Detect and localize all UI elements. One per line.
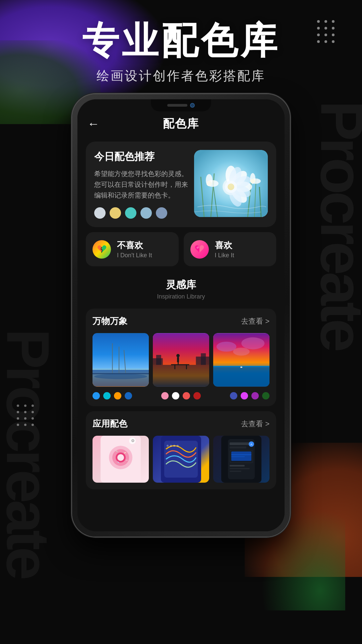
header-section: 专业配色库 绘画设计创作者色彩搭配库 (0, 20, 362, 85)
dot (161, 392, 169, 399)
svg-text:⚙: ⚙ (131, 438, 135, 443)
dislike-sublabel: I Don't Like It (117, 252, 152, 259)
svg-point-21 (250, 173, 255, 184)
svg-rect-41 (156, 355, 161, 365)
today-card-desc: 希望能方便您寻找色彩的灵感。您可以在日常设计创作时，用来编辑和记录所需要的色卡。 (94, 168, 189, 201)
wan-wu-image-1 (93, 333, 149, 387)
svg-point-47 (233, 347, 249, 356)
wan-wu-link[interactable]: 去查看 > (241, 316, 269, 326)
svg-point-14 (231, 183, 252, 200)
dot (193, 392, 201, 399)
svg-rect-79 (230, 471, 241, 472)
dot (251, 392, 259, 399)
svg-rect-0 (194, 150, 268, 217)
front-camera (190, 103, 195, 108)
dot (103, 392, 111, 399)
wan-wu-image-3 (213, 333, 269, 387)
today-card-image (194, 150, 268, 219)
app-img-3: A (213, 436, 269, 483)
phone-notch (151, 99, 211, 111)
svg-point-13 (231, 174, 252, 191)
nav-title: 配色库 (163, 116, 199, 131)
svg-rect-33 (153, 365, 209, 386)
wan-wu-dots-row (93, 392, 269, 399)
wan-wu-images (93, 333, 269, 387)
color-swatches (94, 207, 189, 219)
svg-rect-78 (230, 468, 250, 469)
sub-title: 绘画设计创作者色彩搭配库 (0, 67, 362, 85)
svg-point-8 (226, 166, 236, 184)
svg-rect-37 (186, 364, 187, 369)
svg-point-10 (233, 181, 252, 192)
svg-point-11 (229, 185, 250, 206)
svg-rect-75 (231, 454, 251, 455)
svg-point-19 (206, 180, 219, 187)
action-buttons: 不喜欢 I Don't Like It (86, 232, 276, 266)
svg-point-18 (206, 174, 213, 186)
watermark-right: Procreate (312, 101, 362, 349)
svg-point-64 (167, 445, 169, 447)
svg-point-12 (227, 165, 244, 187)
inspiration-title-en: Inspiration Library (77, 293, 285, 300)
swatch-1 (94, 207, 106, 219)
speaker (167, 104, 187, 107)
phone-screen: ← 配色库 今日配色推荐 希望能方便您寻找色彩的灵感。您可以在日常设计创作时，用… (77, 99, 285, 531)
svg-point-23 (250, 179, 255, 183)
dot (125, 392, 132, 399)
flower-illustration (194, 150, 268, 217)
dot (172, 392, 179, 399)
like-label: 喜欢 (215, 239, 234, 251)
svg-point-7 (223, 178, 239, 195)
wan-wu-image-2 (153, 333, 209, 387)
svg-point-9 (229, 168, 250, 189)
watermark-left: Procreate (0, 329, 63, 577)
app-content: ← 配色库 今日配色推荐 希望能方便您寻找色彩的灵感。您可以在日常设计创作时，用… (77, 99, 285, 531)
svg-point-50 (240, 367, 242, 368)
svg-rect-63 (164, 441, 198, 478)
like-button[interactable]: 喜欢 I Like It (184, 232, 277, 266)
svg-point-15 (227, 187, 244, 208)
svg-rect-39 (177, 357, 179, 362)
main-title: 专业配色库 (0, 20, 362, 61)
wan-wu-section: 万物万象 去查看 > (86, 309, 276, 406)
dot (93, 392, 100, 399)
dislike-text: 不喜欢 I Don't Like It (117, 239, 152, 259)
inspiration-header: 灵感库 Inspiration Library (77, 271, 285, 304)
today-color-card: 今日配色推荐 希望能方便您寻找色彩的灵感。您可以在日常设计创作时，用来编辑和记录… (86, 142, 276, 227)
svg-point-65 (170, 445, 172, 447)
svg-rect-76 (231, 456, 245, 457)
wan-wu-dots-1 (93, 392, 132, 399)
svg-point-22 (250, 178, 261, 184)
wan-wu-dots-3 (230, 392, 269, 399)
dot (262, 392, 269, 399)
svg-point-38 (176, 354, 180, 357)
app-img-1: ⚙ (93, 436, 149, 483)
dot-grid-bottom-left (17, 405, 35, 426)
inspiration-title-cn: 灵感库 (77, 278, 285, 292)
app-color-images: ⚙ (93, 436, 269, 483)
svg-text:A: A (250, 443, 252, 446)
back-button[interactable]: ← (87, 117, 100, 131)
app-color-title: 应用配色 (93, 418, 127, 430)
app-color-link[interactable]: 去查看 > (241, 419, 269, 429)
today-card-title: 今日配色推荐 (94, 150, 189, 163)
dislike-icon (93, 240, 111, 259)
dislike-label: 不喜欢 (117, 239, 152, 251)
svg-point-55 (117, 454, 124, 461)
like-sublabel: I Like It (215, 252, 234, 259)
svg-point-31 (94, 374, 147, 379)
like-icon (190, 240, 209, 259)
dislike-button[interactable]: 不喜欢 I Don't Like It (86, 232, 179, 266)
phone-wrapper: ← 配色库 今日配色推荐 希望能方便您寻找色彩的灵感。您可以在日常设计创作时，用… (72, 94, 290, 537)
svg-point-45 (217, 342, 236, 352)
svg-point-17 (228, 183, 234, 190)
svg-rect-36 (174, 364, 175, 369)
svg-point-16 (225, 181, 237, 193)
svg-point-66 (173, 445, 175, 447)
svg-rect-48 (213, 367, 269, 386)
wan-wu-dots-2 (161, 392, 201, 399)
app-img-2 (153, 436, 209, 483)
dot (241, 392, 248, 399)
svg-rect-43 (201, 353, 206, 365)
app-color-header: 应用配色 去查看 > (93, 418, 269, 430)
